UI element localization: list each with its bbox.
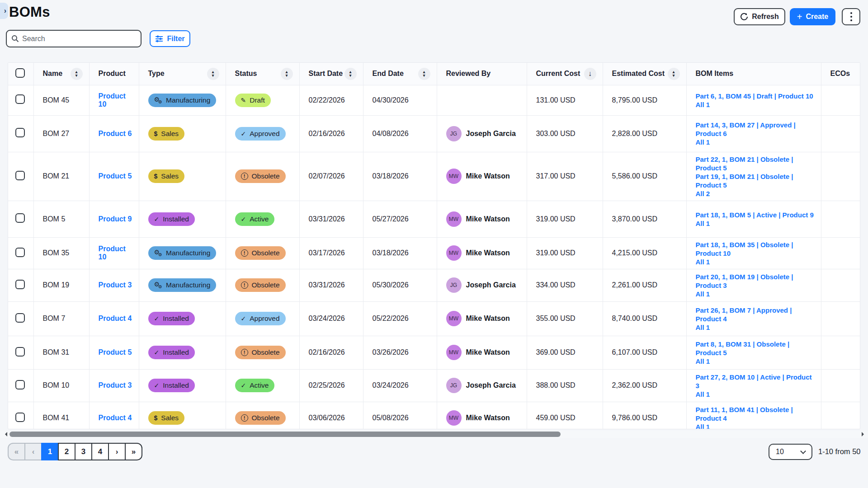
bom-items-all-link[interactable]: All 1 [696, 290, 816, 298]
status-cell: !Obsolete [226, 336, 299, 369]
bom-items-all-link[interactable]: All 1 [696, 258, 816, 266]
bom-item-link[interactable]: Part 14, 3, BOM 27 | Approved | Product … [696, 121, 816, 138]
search-input[interactable] [22, 35, 136, 43]
page-size-select[interactable]: 10 [769, 444, 812, 460]
horizontal-scrollbar[interactable] [0, 431, 868, 438]
refresh-button[interactable]: Refresh [734, 8, 785, 25]
pagination-page-2[interactable]: 2 [58, 443, 75, 460]
product-link[interactable]: Product 10 [99, 92, 126, 108]
pagination-next-button[interactable]: › [108, 443, 126, 460]
bom-item-link[interactable]: Part 22, 1, BOM 21 | Obsolete | Product … [696, 155, 816, 172]
row-checkbox[interactable] [15, 171, 25, 180]
end-date-cell: 05/30/2026 [363, 269, 437, 301]
pagination-page-3[interactable]: 3 [75, 443, 92, 460]
pencil-icon: ✎ [241, 97, 246, 103]
row-checkbox[interactable] [15, 347, 25, 357]
row-checkbox[interactable] [15, 213, 25, 223]
bom-items-cell: Part 18, 1, BOM 5 | Active | Product 9Al… [686, 201, 821, 237]
row-checkbox[interactable] [15, 248, 25, 257]
filter-button[interactable]: Filter [150, 30, 190, 47]
type-cell: $Sales [139, 152, 226, 201]
product-cell: Product 10 [89, 237, 139, 269]
row-checkbox[interactable] [15, 380, 25, 389]
scroll-left-arrow-icon[interactable] [3, 432, 7, 436]
bom-items-all-link[interactable]: All 2 [696, 189, 816, 198]
bom-items-cell: Part 27, 2, BOM 10 | Active | Product 3A… [686, 369, 821, 402]
ecos-cell [821, 237, 860, 269]
row-checkbox[interactable] [15, 94, 25, 104]
bom-items-all-link[interactable]: All 1 [696, 138, 816, 146]
product-link[interactable]: Product 10 [99, 245, 126, 261]
check-icon: ✓ [154, 315, 160, 322]
sort-button[interactable]: ▴▾ [281, 68, 293, 80]
bom-items-all-link[interactable]: All 1 [696, 219, 816, 228]
bom-items-all-link[interactable]: All 1 [696, 323, 816, 332]
product-link[interactable]: Product 4 [99, 314, 132, 322]
sort-button-active[interactable]: ↓ [584, 68, 596, 80]
bom-items-all-link[interactable]: All 1 [696, 357, 816, 366]
bom-name-cell: BOM 7 [33, 301, 89, 336]
column-header-label: Name [43, 70, 63, 78]
sort-button[interactable]: ▴▾ [207, 68, 219, 80]
product-link[interactable]: Product 9 [99, 215, 132, 223]
type-badge-label: Installed [163, 348, 189, 357]
end-date-cell: 04/08/2026 [363, 115, 437, 152]
sort-button[interactable]: ▴▾ [344, 68, 357, 80]
sidebar-expand-button[interactable]: › [0, 3, 8, 19]
scrollbar-thumb[interactable] [9, 432, 561, 437]
row-checkbox[interactable] [15, 280, 25, 289]
check-icon: ✓ [241, 315, 246, 322]
reviewer-name: Mike Watson [466, 215, 510, 223]
scroll-right-arrow-icon[interactable] [862, 432, 866, 436]
sort-button[interactable]: ▴▾ [418, 68, 430, 80]
bom-item-link[interactable]: Part 20, 1, BOM 19 | Obsolete | Product … [696, 272, 816, 290]
select-all-checkbox[interactable] [15, 68, 25, 78]
status-badge-label: Active [250, 381, 269, 389]
product-link[interactable]: Product 5 [99, 172, 132, 180]
row-checkbox[interactable] [15, 128, 25, 137]
column-header-label: Status [235, 70, 257, 78]
product-link[interactable]: Product 6 [99, 130, 132, 137]
bom-item-link[interactable]: Part 18, 1, BOM 35 | Obsolete | Product … [696, 240, 816, 258]
row-select-cell [8, 336, 33, 369]
column-header-status: Status▴▾ [226, 63, 299, 85]
check-icon: ✓ [241, 216, 246, 222]
column-header-inner: Status▴▾ [235, 68, 294, 80]
reviewer-name: Joseph Garcia [466, 381, 516, 389]
pagination-prev-button: ‹ [24, 443, 42, 460]
row-checkbox[interactable] [15, 313, 25, 323]
column-header-type: Type▴▾ [139, 63, 226, 85]
product-cell: Product 10 [89, 85, 139, 115]
row-checkbox[interactable] [15, 413, 25, 422]
product-link[interactable]: Product 5 [99, 348, 132, 356]
product-link[interactable]: Product 3 [99, 281, 132, 289]
bom-item-link[interactable]: Part 6, 1, BOM 45 | Draft | Product 10 [696, 92, 816, 100]
sort-button[interactable]: ▴▾ [71, 68, 83, 80]
product-link[interactable]: Product 4 [99, 414, 132, 422]
bom-item-link[interactable]: Part 26, 1, BOM 7 | Approved | Product 4 [696, 306, 816, 323]
type-badge-label: Sales [161, 172, 179, 180]
bom-item-link[interactable]: Part 18, 1, BOM 5 | Active | Product 9 [696, 211, 816, 219]
pagination-page-4[interactable]: 4 [91, 443, 109, 460]
bom-items-all-link[interactable]: All 1 [696, 390, 816, 399]
bom-items-all-link[interactable]: All 1 [696, 422, 816, 430]
bom-item-link[interactable]: Part 8, 1, BOM 31 | Obsolete | Product 5 [696, 340, 816, 357]
create-button[interactable]: + Create [790, 8, 835, 25]
bom-item-link[interactable]: Part 27, 2, BOM 10 | Active | Product 3 [696, 373, 816, 390]
table-row: BOM 19Product 3⚙⚙Manufacturing!Obsolete0… [8, 269, 860, 301]
sort-button[interactable]: ▴▾ [668, 68, 680, 80]
check-icon: ✓ [241, 382, 246, 389]
reviewer-name: Joseph Garcia [466, 281, 516, 289]
pagination-page-1[interactable]: 1 [41, 443, 59, 460]
sort-desc-icon: ▾ [349, 74, 352, 77]
check-icon: ✓ [154, 382, 160, 389]
pagination-last-button[interactable]: » [125, 443, 142, 460]
bom-item-link[interactable]: Part 19, 1, BOM 21 | Obsolete | Product … [696, 172, 816, 189]
product-link[interactable]: Product 3 [99, 381, 132, 389]
more-options-button[interactable] [842, 8, 860, 25]
start-date-cell: 03/31/2026 [299, 269, 363, 301]
bom-item-link[interactable]: Part 11, 1, BOM 41 | Obsolete | Product … [696, 405, 816, 422]
product-cell: Product 4 [89, 402, 139, 429]
bom-items-all-link[interactable]: All 1 [696, 100, 816, 109]
sort-desc-icon: ▾ [423, 74, 425, 77]
